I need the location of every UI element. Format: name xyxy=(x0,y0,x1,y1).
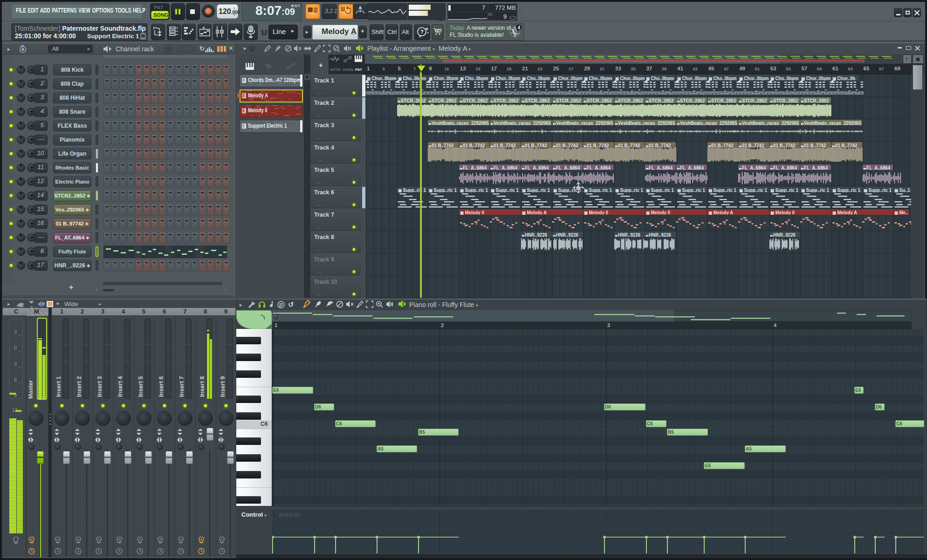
svg-text:4: 4 xyxy=(517,25,520,30)
svg-text:?: ? xyxy=(420,29,424,34)
